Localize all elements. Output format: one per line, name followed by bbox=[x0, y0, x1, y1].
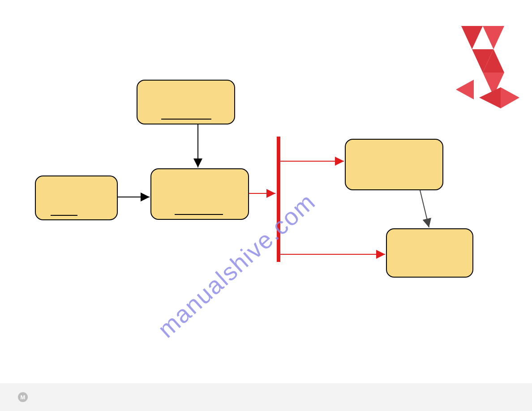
node-top bbox=[137, 80, 235, 124]
footer-icon-glyph: M bbox=[21, 394, 26, 401]
logo-triangle bbox=[483, 73, 504, 96]
node-middle bbox=[150, 168, 249, 220]
logo-triangle bbox=[483, 26, 504, 49]
node-right-bottom bbox=[386, 228, 473, 278]
node-right-top bbox=[345, 139, 443, 190]
logo-triangle bbox=[472, 49, 493, 73]
logo-triangle bbox=[456, 80, 474, 99]
diagram-stage: manualshive.com M bbox=[0, 0, 532, 411]
arrow-rtop-to-rbot bbox=[420, 190, 429, 227]
motorola-icon: M bbox=[18, 392, 28, 402]
logo-triangle bbox=[479, 87, 501, 108]
logo-triangle bbox=[461, 26, 483, 49]
node-underline bbox=[51, 215, 77, 216]
node-left bbox=[35, 176, 118, 220]
node-underline bbox=[161, 119, 211, 120]
footer-bar: M bbox=[0, 383, 532, 411]
node-underline bbox=[175, 214, 223, 215]
fork-bar bbox=[277, 137, 280, 262]
logo-triangle bbox=[501, 87, 519, 108]
logo-triangle bbox=[483, 49, 504, 73]
